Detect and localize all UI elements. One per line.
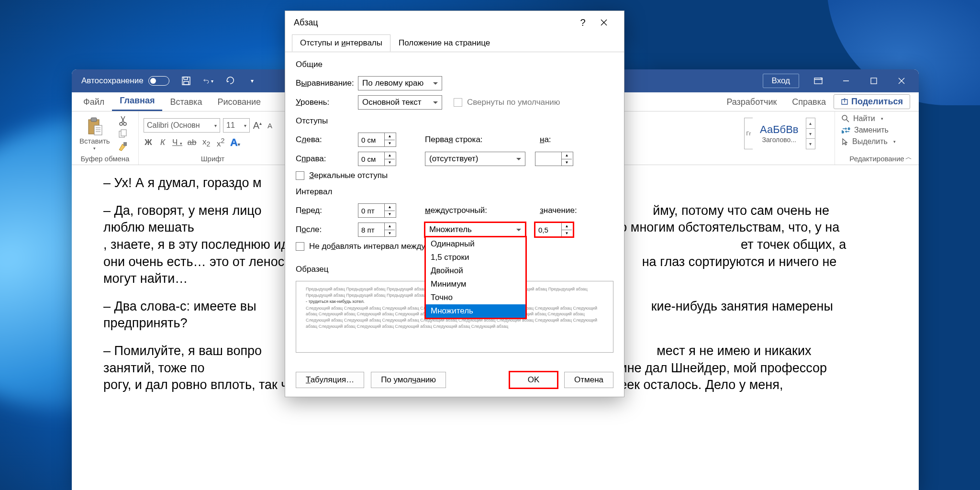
minimize-button[interactable] [833,69,859,92]
quick-access-toolbar: ▾ ▾ [181,76,257,86]
dialog-title: Абзац [294,18,573,28]
tab-file[interactable]: Файл [76,93,112,111]
dropdown-option-onehalf[interactable]: 1,5 строки [426,251,525,264]
svg-rect-5 [871,78,877,84]
toggle-switch-icon[interactable] [148,76,169,86]
indent-left-label: Слева: [296,135,358,145]
tab-home[interactable]: Главная [112,92,162,111]
indent-left-spin[interactable]: ▲▼ [358,133,396,147]
general-section-label: Общие [296,60,613,69]
spacing-section-label: Интервал [296,187,613,197]
font-name-combo[interactable]: Calibri (Основн▾ [144,118,220,133]
first-line-by-spin[interactable]: ▲▼ [535,152,573,166]
shrink-font-icon[interactable]: A [265,122,275,130]
tab-insert[interactable]: Вставка [162,93,210,111]
outline-level-combo[interactable]: Основной текст [358,95,442,110]
close-icon [601,19,607,26]
paragraph-dialog: Абзац ? Отступы и интервалы Положение на… [285,11,624,397]
indents-section-label: Отступы [296,116,613,126]
alignment-combo[interactable]: По левому краю [358,76,442,90]
paste-button[interactable]: Вставить ▾ [77,117,113,151]
svg-rect-18 [123,142,127,146]
replace-button[interactable]: bcЗаменить [842,126,896,134]
indent-right-label: Справа: [296,154,358,164]
dropdown-option-exactly[interactable]: Точно [426,291,525,304]
svg-point-15 [123,122,126,125]
dialog-close-button[interactable] [592,11,615,34]
tab-indents-spacing[interactable]: Отступы и интервалы [292,34,390,52]
editing-group-label: Редактирование [840,154,914,164]
ok-button[interactable]: OK [510,372,557,388]
save-icon[interactable] [181,76,191,86]
svg-rect-2 [184,81,189,85]
superscript-button[interactable]: x2 [216,137,225,149]
svg-line-20 [846,120,849,122]
collapse-ribbon-icon[interactable]: ︿ [905,153,912,162]
style-prev-partial: Гг [744,118,753,149]
line-spacing-at-spin[interactable]: ▲▼ [535,223,573,237]
dropdown-option-multiple[interactable]: Множитель [426,304,525,318]
tab-draw[interactable]: Рисование [210,93,268,111]
styles-gallery-scroll[interactable]: ▴▾▾ [806,118,815,149]
text-effects-icon[interactable]: A▾ [230,136,240,149]
ribbon-display-icon[interactable] [805,69,832,92]
format-painter-icon[interactable] [118,141,128,152]
redo-icon[interactable] [225,76,235,86]
help-button[interactable]: ? [573,17,592,28]
clipboard-group-label: Буфер обмена [77,154,134,164]
clipboard-icon [87,117,103,136]
maximize-button[interactable] [860,69,887,92]
checkbox-icon [296,242,304,251]
level-label: Уровень: [296,98,358,107]
checkbox-icon [454,98,462,107]
svg-rect-9 [91,118,97,122]
line-spacing-combo[interactable]: Множитель Одинарный 1,5 строки Двойной М… [425,223,525,237]
indent-right-spin[interactable]: ▲▼ [358,152,396,166]
svg-text:c: c [848,127,850,131]
chevron-down-icon: ▾ [93,146,96,151]
dropdown-option-minimum[interactable]: Минимум [426,278,525,291]
find-button[interactable]: Найти▾ [842,114,896,123]
mirror-indents-checkbox[interactable]: Зеркальные отступы [296,171,388,180]
style-heading[interactable]: АаБбВв Заголово... [755,120,804,147]
search-icon [842,115,849,122]
font-size-combo[interactable]: 11▾ [223,118,250,133]
space-after-spin[interactable]: ▲▼ [358,223,396,237]
svg-rect-17 [121,130,126,136]
italic-button[interactable]: К [158,138,167,147]
cut-icon[interactable] [119,115,127,126]
share-icon [841,98,848,106]
space-before-label: Перед: [296,206,358,215]
tab-developer[interactable]: Разработчик [719,93,784,111]
line-spacing-label: междустрочный: [425,206,511,215]
strikethrough-button[interactable]: ab [187,138,197,147]
svg-point-14 [120,122,122,125]
by-label: на: [540,135,551,145]
underline-button[interactable]: Ч ▾ [172,138,182,147]
copy-icon[interactable] [118,129,128,138]
svg-rect-10 [94,125,102,135]
share-button[interactable]: Поделиться [834,94,910,109]
close-button[interactable] [888,69,915,92]
cancel-button[interactable]: Отмена [564,372,613,388]
first-line-combo[interactable]: (отсутствует) [425,152,525,166]
select-button[interactable]: Выделить▾ [842,137,896,146]
qat-customize-icon[interactable]: ▾ [247,76,257,86]
undo-icon[interactable]: ▾ [203,76,213,86]
tab-help[interactable]: Справка [784,93,834,111]
autosave-toggle[interactable]: Автосохранение [81,76,169,86]
subscript-button[interactable]: x2 [201,137,211,148]
set-default-button[interactable]: По умолчанию [371,372,446,388]
grow-font-icon[interactable]: A▴ [253,120,262,131]
tabs-button[interactable]: Табуляция… [296,372,364,388]
login-button[interactable]: Вход [763,74,799,88]
space-before-spin[interactable]: ▲▼ [358,203,396,218]
at-label: значение: [540,206,577,215]
dropdown-option-single[interactable]: Одинарный [426,237,525,251]
svg-text:b: b [842,130,844,134]
first-line-label: Первая строка: [425,135,511,145]
dropdown-option-double[interactable]: Двойной [426,264,525,278]
bold-button[interactable]: Ж [144,138,153,147]
cursor-icon [842,138,848,145]
tab-line-breaks[interactable]: Положение на странице [390,34,498,52]
